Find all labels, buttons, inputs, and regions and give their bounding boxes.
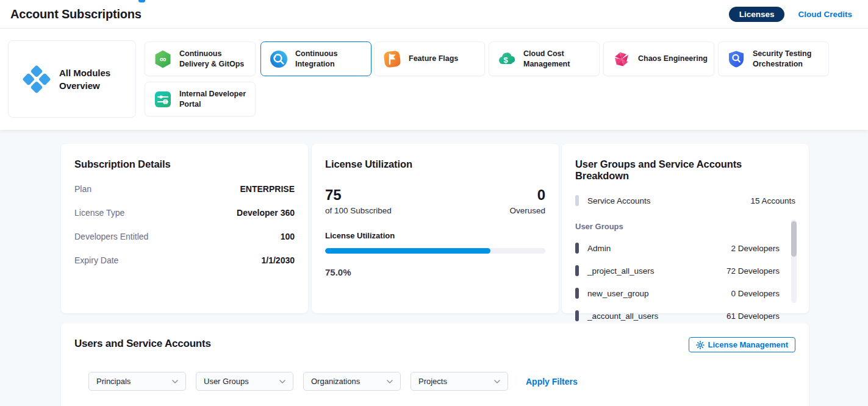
user-groups-heading: User Groups [575,222,795,231]
users-section-title: Users and Service Accounts [74,338,795,350]
filters-row: Principals User Groups Organizations Pro… [88,372,578,391]
breakdown-scrollbar[interactable] [791,219,797,303]
module-card-label: Continuous Integration [295,49,366,69]
used-caption: of 100 Subscribed [325,206,392,215]
module-card-label: Internal Developer Portal [179,89,250,110]
top-bar: Account Subscriptions Licenses Cloud Cre… [0,0,868,29]
subscription-details-title: Subscription Details [74,158,295,170]
license-management-button[interactable]: License Management [689,337,796,352]
overused-stat: 0 Overused [509,187,545,215]
subscription-row: Plan ENTERPRISE [74,184,295,194]
module-card-chaos-engineering[interactable]: Chaos Engineering [603,41,714,76]
subscription-row: Developers Entitled 100 [74,232,295,241]
module-card-cloud-cost-management[interactable]: $ Cloud Cost Management [489,41,600,76]
license-utilization-bar [325,248,545,254]
breakdown-title: User Groups and Service Accounts Breakdo… [575,158,795,182]
module-card-label: Continuous Delivery & GitOps [179,49,250,69]
subscribed-stat: 75 of 100 Subscribed [325,187,392,215]
subscription-row: Expiry Date 1/1/2030 [74,255,295,265]
organizations-dropdown[interactable]: Organizations [303,372,401,391]
user-group-marker [575,288,579,299]
all-modules-icon [23,65,51,93]
feature-flags-icon [382,49,402,69]
user-groups-dropdown[interactable]: User Groups [196,372,293,391]
service-accounts-row: Service Accounts 15 Accounts [575,195,795,206]
utilization-percent: 75.0% [325,267,545,277]
user-group-row: Admin 2 Developers [575,243,795,254]
chevron-down-icon [494,380,500,383]
module-card-label: Feature Flags [409,54,458,64]
user-group-row: _account_all_users 61 Developers [575,310,795,321]
utilization-bar-label: License Utilization [325,231,545,240]
all-modules-overview-card[interactable]: All Modules Overview [8,40,136,118]
module-card-internal-developer-portal[interactable]: Internal Developer Portal [145,82,256,116]
user-group-row: _project_all_users 72 Developers [575,265,795,276]
module-card-feature-flags[interactable]: Feature Flags [374,41,485,76]
users-service-accounts-section: Users and Service Accounts License Manag… [61,323,809,406]
internal-developer-portal-icon [153,90,173,109]
chevron-down-icon [387,380,393,383]
cd-gitops-icon: ∞ [153,49,173,69]
cloud-cost-management-icon: $ [497,49,517,69]
module-card-label: Cloud Cost Management [523,49,594,69]
continuous-integration-icon [269,49,289,69]
user-group-marker [575,243,579,254]
chevron-down-icon [279,380,285,383]
gear-icon [696,341,705,349]
subscription-row: License Type Developer 360 [74,208,295,218]
principals-dropdown[interactable]: Principals [88,372,186,391]
all-modules-overview-label: All Modules Overview [59,66,118,92]
licenses-button[interactable]: Licenses [729,7,785,22]
module-card-label: Security Testing Orchestration [753,49,823,69]
subscription-details-card: Subscription Details Plan ENTERPRISE Lic… [61,144,308,313]
used-count: 75 [325,187,392,203]
license-utilization-title: License Utilization [325,158,545,170]
user-group-marker [575,265,579,276]
license-utilization-card: License Utilization 75 of 100 Subscribed… [312,144,559,313]
chevron-down-icon [172,380,178,383]
module-card-label: Chaos Engineering [638,54,708,64]
module-card-continuous-integration[interactable]: Continuous Integration [260,41,371,76]
module-card-cd-gitops[interactable]: ∞ Continuous Delivery & GitOps [145,41,256,76]
svg-text:∞: ∞ [160,54,167,64]
chaos-engineering-icon [612,49,631,69]
page-title: Account Subscriptions [10,7,142,21]
cloud-credits-link[interactable]: Cloud Credits [798,10,852,19]
security-testing-icon [726,49,746,69]
breakdown-card: User Groups and Service Accounts Breakdo… [562,144,809,313]
projects-dropdown[interactable]: Projects [411,372,508,391]
clipped-nav-icon [138,0,145,2]
user-group-row: new_user_group 0 Developers [575,288,795,299]
breakdown-scrollbar-thumb[interactable] [791,221,797,257]
module-card-security-testing[interactable]: Security Testing Orchestration [718,41,829,76]
header-actions: Licenses Cloud Credits [729,7,852,22]
license-utilization-fill [325,248,490,254]
service-accounts-marker [575,195,579,206]
user-group-marker [575,310,579,321]
apply-filters-link[interactable]: Apply Filters [526,377,578,386]
overused-caption: Overused [509,206,545,215]
module-selector-band: All Modules Overview ∞ Continuous Delive… [0,29,868,130]
svg-text:$: $ [503,55,508,64]
overused-count: 0 [509,187,545,203]
